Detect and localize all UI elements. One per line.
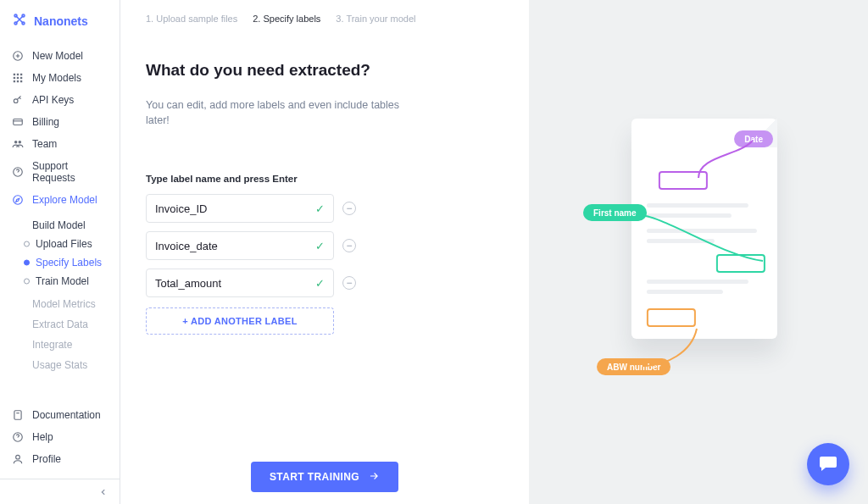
minus-icon: − bbox=[346, 203, 352, 213]
brand-logo-icon bbox=[12, 12, 27, 30]
svg-rect-6 bbox=[17, 74, 19, 75]
check-icon: ✓ bbox=[315, 202, 325, 215]
svg-point-19 bbox=[14, 196, 23, 205]
sidebar-item-label: Help bbox=[32, 431, 53, 443]
sidebar-item-team[interactable]: Team bbox=[0, 133, 120, 155]
main: 1. Upload sample files 2. Specify labels… bbox=[120, 0, 868, 504]
sub-item-label: Train Model bbox=[36, 275, 89, 287]
sidebar-item-label: Documentation bbox=[32, 409, 101, 421]
svg-point-17 bbox=[19, 141, 21, 144]
team-icon bbox=[12, 138, 24, 150]
build-model-group: Build Model Upload Files Specify Labels … bbox=[0, 211, 120, 294]
dim-integrate[interactable]: Integrate bbox=[0, 335, 120, 355]
svg-rect-7 bbox=[20, 74, 22, 75]
remove-label-button[interactable]: − bbox=[342, 239, 356, 252]
svg-rect-15 bbox=[14, 119, 23, 125]
label-text: Total_amount bbox=[155, 277, 221, 290]
compass-icon bbox=[12, 194, 24, 206]
brand[interactable]: Nanonets bbox=[0, 12, 120, 45]
page-subtitle: You can edit, add more labels and even i… bbox=[146, 97, 409, 128]
key-icon bbox=[12, 94, 24, 106]
sidebar-item-label: Profile bbox=[32, 453, 61, 465]
wizard-steps: 1. Upload sample files 2. Specify labels… bbox=[146, 14, 509, 24]
sidebar-item-label: Billing bbox=[32, 116, 59, 128]
svg-rect-13 bbox=[20, 80, 22, 82]
svg-point-16 bbox=[14, 141, 18, 144]
label-text: Invoice_ID bbox=[155, 202, 207, 215]
connector-orange bbox=[641, 327, 700, 368]
sidebar-item-new-model[interactable]: New Model bbox=[0, 45, 120, 67]
svg-rect-5 bbox=[14, 74, 15, 75]
minus-icon: − bbox=[346, 241, 352, 251]
sub-item-train-model[interactable]: Train Model bbox=[0, 272, 120, 291]
sidebar-collapse[interactable] bbox=[0, 479, 120, 504]
label-input[interactable]: Invoice_date ✓ bbox=[146, 231, 334, 260]
step-2[interactable]: 2. Specify labels bbox=[253, 14, 320, 24]
step-3[interactable]: 3. Train your model bbox=[336, 14, 415, 24]
grid-icon bbox=[12, 72, 24, 84]
svg-rect-8 bbox=[14, 77, 15, 79]
help-icon bbox=[12, 166, 24, 178]
chat-launcher[interactable] bbox=[807, 443, 849, 485]
minus-icon: − bbox=[346, 278, 352, 288]
sidebar-item-label: My Models bbox=[32, 72, 81, 84]
sub-item-upload-files[interactable]: Upload Files bbox=[0, 235, 120, 253]
sidebar-item-profile[interactable]: Profile bbox=[0, 448, 120, 470]
dim-usage-stats[interactable]: Usage Stats bbox=[0, 355, 120, 375]
dim-model-metrics[interactable]: Model Metrics bbox=[0, 294, 120, 314]
field-rect-orange bbox=[647, 308, 696, 327]
sidebar-item-api-keys[interactable]: API Keys bbox=[0, 89, 120, 111]
svg-rect-11 bbox=[14, 80, 15, 82]
cta-label: START TRAINING bbox=[270, 471, 359, 483]
sidebar-item-my-models[interactable]: My Models bbox=[0, 67, 120, 89]
dim-extract-data[interactable]: Extract Data bbox=[0, 314, 120, 335]
sidebar-item-explore-model[interactable]: Explore Model bbox=[0, 189, 120, 211]
sub-item-specify-labels[interactable]: Specify Labels bbox=[0, 253, 120, 272]
svg-rect-20 bbox=[14, 411, 21, 420]
label-row: Invoice_ID ✓ − bbox=[146, 194, 509, 223]
center-panel: 1. Upload sample files 2. Specify labels… bbox=[120, 0, 529, 504]
sidebar-item-label: API Keys bbox=[32, 94, 74, 106]
help-icon bbox=[12, 431, 24, 443]
label-text: Invoice_date bbox=[155, 240, 218, 252]
sidebar-item-label: Explore Model bbox=[32, 194, 97, 206]
sidebar-item-support[interactable]: Support Requests bbox=[0, 155, 120, 189]
label-input[interactable]: Invoice_ID ✓ bbox=[146, 194, 334, 223]
build-model-title: Build Model bbox=[0, 214, 120, 235]
svg-rect-12 bbox=[17, 80, 19, 82]
svg-rect-9 bbox=[17, 77, 19, 79]
field-label: Type label name and press Enter bbox=[146, 174, 509, 184]
profile-icon bbox=[12, 453, 24, 465]
check-icon: ✓ bbox=[315, 277, 325, 290]
chevron-left-icon bbox=[99, 486, 108, 499]
sidebar-item-label: Team bbox=[32, 138, 57, 150]
check-icon: ✓ bbox=[315, 240, 325, 252]
start-training-button[interactable]: START TRAINING bbox=[251, 462, 398, 492]
sidebar: Nanonets New Model My Models API Keys Bi… bbox=[0, 0, 120, 504]
remove-label-button[interactable]: − bbox=[342, 202, 356, 215]
bottom-nav: Documentation Help Profile bbox=[0, 397, 120, 479]
sidebar-item-documentation[interactable]: Documentation bbox=[0, 404, 120, 426]
svg-rect-10 bbox=[20, 77, 22, 79]
svg-point-14 bbox=[14, 99, 18, 103]
arrow-right-icon bbox=[368, 470, 380, 485]
sidebar-item-billing[interactable]: Billing bbox=[0, 111, 120, 133]
sidebar-item-label: Support Requests bbox=[32, 160, 108, 184]
chat-icon bbox=[818, 453, 838, 476]
cta-wrap: START TRAINING bbox=[120, 462, 529, 492]
page-title: What do you need extracted? bbox=[146, 61, 509, 80]
label-input[interactable]: Total_amount ✓ bbox=[146, 269, 334, 297]
sidebar-item-help[interactable]: Help bbox=[0, 426, 120, 448]
brand-name: Nanonets bbox=[34, 14, 88, 28]
card-icon bbox=[12, 116, 24, 128]
sidebar-item-label: New Model bbox=[32, 50, 83, 62]
add-another-label-button[interactable]: + ADD ANOTHER LABEL bbox=[146, 307, 334, 335]
label-row: Invoice_date ✓ − bbox=[146, 231, 509, 260]
doc-icon bbox=[12, 409, 24, 421]
step-1[interactable]: 1. Upload sample files bbox=[146, 14, 237, 24]
plus-circle-icon bbox=[12, 50, 24, 62]
connector-purple bbox=[697, 139, 756, 180]
remove-label-button[interactable]: − bbox=[342, 276, 356, 290]
illustration-panel: Date First name ABW number bbox=[529, 0, 868, 504]
sub-item-label: Upload Files bbox=[36, 238, 92, 250]
